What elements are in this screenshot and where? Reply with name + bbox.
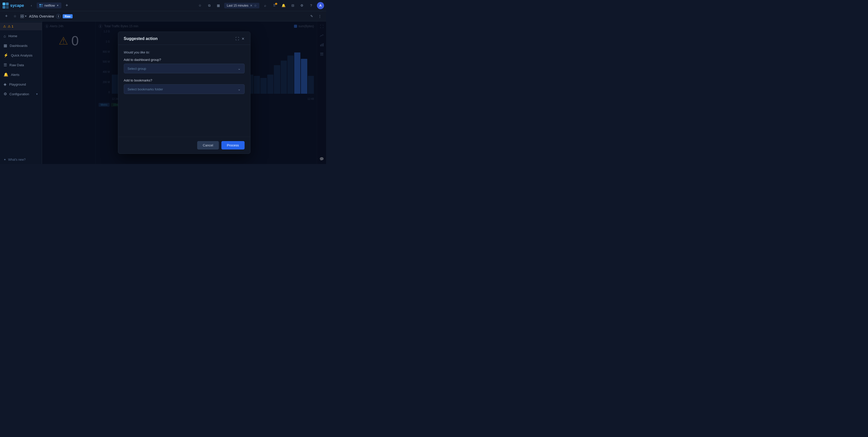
svg-rect-4 xyxy=(39,4,41,5)
bookmarks-chevron-icon: ⌄ xyxy=(238,87,241,91)
sidebar-item-playground[interactable]: ◈ Playground xyxy=(0,80,42,89)
modal-overlay: Suggested action Would you like to: Add … xyxy=(42,21,326,164)
modal-footer: Cancel Process xyxy=(118,137,250,154)
modal-title: Suggested action xyxy=(124,36,158,41)
playground-icon: ◈ xyxy=(4,82,7,87)
dashboards-icon: ▦ xyxy=(4,43,7,48)
sidebar-item-label-raw-data: Raw Data xyxy=(9,63,24,67)
logo[interactable]: sycape xyxy=(2,2,24,9)
sidebar-nav: ⌂ Home ▦ Dashboards ⚡ Quick Analysis ☰ R… xyxy=(0,31,42,155)
sidebar-item-configuration[interactable]: ⚙ Configuration ▼ xyxy=(0,89,42,99)
raw-tag[interactable]: Raw xyxy=(63,14,72,18)
topbar-right: ☆ ⧉ ▦ Last 15 minutes ✕ ☆ ⌕ ⠿ 1 🔔 ⊟ ⚙ ? … xyxy=(197,2,324,9)
time-star-icon[interactable]: ☆ xyxy=(254,4,257,7)
tab-chevron-icon: ▼ xyxy=(56,4,59,7)
svg-rect-9 xyxy=(23,14,24,16)
sidebar-item-quick-analysis[interactable]: ⚡ Quick Analysis xyxy=(0,51,42,60)
main-layout: ⚠ ⚠ 1 ⌂ Home ▦ Dashboards ⚡ Quick Analys… xyxy=(0,21,326,164)
dashboard-group-placeholder: Select group xyxy=(128,67,146,70)
modal-question: Would you like to: xyxy=(124,51,245,54)
secondbar-actions: ✎ ⋮ xyxy=(308,13,323,20)
filter-icon[interactable]: ⧉ xyxy=(206,2,213,9)
add-view-button[interactable]: + xyxy=(3,13,10,20)
config-chevron-icon: ▼ xyxy=(36,93,38,95)
alerts-icon: 🔔 xyxy=(4,72,8,77)
netflow-tab[interactable]: netflow ▼ xyxy=(37,3,61,8)
svg-rect-8 xyxy=(21,14,22,16)
sidebar-item-label-playground: Playground xyxy=(9,83,26,86)
edit-icon[interactable]: ✎ xyxy=(308,13,315,20)
whats-new-icon: ✦ xyxy=(4,158,6,161)
whats-new-button[interactable]: ✦ What's new? xyxy=(0,155,42,164)
modal-body: Would you like to: Add to dashboard grou… xyxy=(118,45,250,137)
configuration-icon: ⚙ xyxy=(4,92,7,96)
suggested-action-modal: Suggested action Would you like to: Add … xyxy=(118,32,250,154)
bookmark-icon[interactable]: ⊟ xyxy=(289,2,296,9)
modal-expand-icon[interactable] xyxy=(236,37,239,41)
svg-rect-10 xyxy=(21,16,22,18)
sidebar: ⚠ ⚠ 1 ⌂ Home ▦ Dashboards ⚡ Quick Analys… xyxy=(0,21,42,164)
svg-rect-2 xyxy=(3,6,5,9)
quick-analysis-icon: ⚡ xyxy=(4,53,8,58)
sidebar-item-raw-data[interactable]: ☰ Raw Data xyxy=(0,60,42,70)
time-range-badge[interactable]: Last 15 minutes ✕ ☆ xyxy=(224,3,259,8)
dashboard-icon[interactable]: ▦ xyxy=(215,2,222,9)
alert-warning-icon: ⚠ xyxy=(3,25,6,28)
help-icon[interactable]: ? xyxy=(308,2,314,9)
grid-view-icon[interactable]: ▼ xyxy=(20,13,27,20)
bell-icon[interactable]: 🔔 xyxy=(280,2,287,9)
avatar[interactable]: A xyxy=(317,2,324,9)
bookmarks-dropdown[interactable]: Select bookmarks folder ⌄ xyxy=(124,84,245,94)
dashboard-group-dropdown[interactable]: Select group ⌄ xyxy=(124,64,245,73)
sidebar-item-label-quick-analysis: Quick Analysis xyxy=(11,54,33,57)
svg-rect-1 xyxy=(6,3,9,5)
sidebar-item-label-alerts: Alerts xyxy=(11,73,19,77)
svg-rect-0 xyxy=(3,3,5,5)
sidebar-item-home[interactable]: ⌂ Home xyxy=(0,31,42,41)
view-title: ASNs Overview xyxy=(29,14,54,18)
notification-badge: 1 xyxy=(275,3,277,5)
search-icon[interactable]: ⌕ xyxy=(262,2,269,9)
sidebar-item-alerts[interactable]: 🔔 Alerts xyxy=(0,70,42,80)
modal-close-icon[interactable] xyxy=(242,37,245,41)
cancel-button[interactable]: Cancel xyxy=(197,141,219,150)
sidebar-item-label-configuration: Configuration xyxy=(9,92,29,96)
tab-add-button[interactable]: + xyxy=(63,2,70,9)
process-button[interactable]: Process xyxy=(221,141,245,150)
favorite-view-icon[interactable]: ☆ xyxy=(12,13,18,20)
logo-text: sycape xyxy=(10,3,24,8)
topbar: sycape ‹ netflow ▼ + ☆ ⧉ ▦ Last 15 minut… xyxy=(0,0,326,11)
home-icon: ⌂ xyxy=(4,34,6,38)
bookmarks-label: Add to bookmarks? xyxy=(124,79,245,82)
bookmarks-placeholder: Select bookmarks folder xyxy=(128,87,163,91)
whats-new-label: What's new? xyxy=(8,158,26,161)
svg-rect-7 xyxy=(41,6,42,7)
star-icon[interactable]: ☆ xyxy=(197,2,203,9)
svg-rect-3 xyxy=(6,6,9,9)
raw-data-icon: ☰ xyxy=(4,63,7,67)
sidebar-item-dashboards[interactable]: ▦ Dashboards xyxy=(0,41,42,51)
secondbar: + ☆ ▼ ASNs Overview ℹ Raw ✎ ⋮ xyxy=(0,11,326,21)
time-close-icon[interactable]: ✕ xyxy=(250,4,252,7)
svg-rect-11 xyxy=(23,16,24,18)
svg-rect-6 xyxy=(39,6,41,7)
time-range-label: Last 15 minutes xyxy=(227,4,248,7)
more-icon[interactable]: ⋮ xyxy=(316,13,323,20)
dashboard-group-label: Add to dashboard group? xyxy=(124,58,245,62)
dashboard-group-chevron-icon: ⌄ xyxy=(238,66,241,70)
modal-header-icons xyxy=(236,37,245,41)
alert-banner[interactable]: ⚠ ⚠ 1 xyxy=(0,23,42,30)
info-icon[interactable]: ℹ xyxy=(56,14,61,19)
sidebar-item-label-home: Home xyxy=(8,34,17,38)
tab-label: netflow xyxy=(44,4,55,7)
back-icon[interactable]: ‹ xyxy=(28,2,35,9)
sidebar-item-label-dashboards: Dashboards xyxy=(10,44,28,48)
settings-icon[interactable]: ⚙ xyxy=(299,2,305,9)
content-area: ℹ Alerts 24h ⚠ 0 ℹ Total Traffic Bytes 1… xyxy=(42,21,326,164)
alert-count-label: ⚠ 1 xyxy=(8,25,13,28)
svg-rect-5 xyxy=(41,4,42,5)
modal-header: Suggested action xyxy=(118,32,250,45)
apps-icon[interactable]: ⠿ 1 xyxy=(271,2,278,9)
